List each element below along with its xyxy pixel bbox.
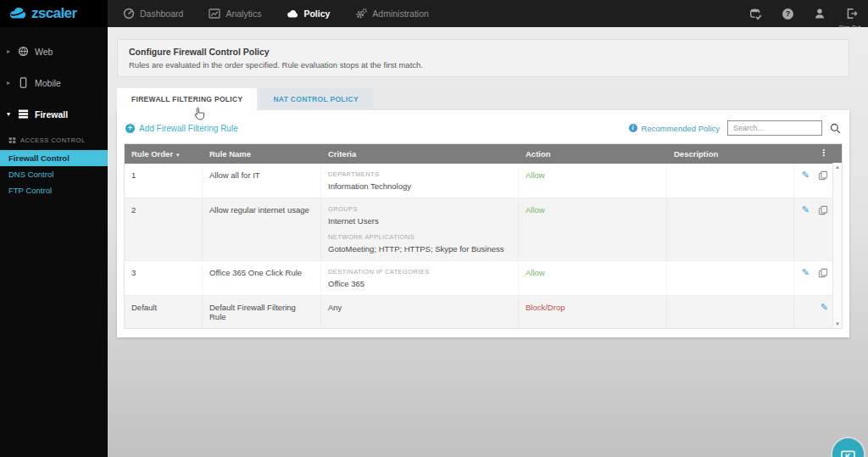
info-panel: Configure Firewall Control Policy Rules …	[117, 39, 849, 77]
nav-item-administration[interactable]: Administration	[355, 8, 429, 20]
tab-nat-control-policy[interactable]: NAT CONTROL POLICY	[259, 88, 372, 110]
scroll-up-icon[interactable]: ▲	[835, 164, 840, 170]
nav-item-analytics[interactable]: Analytics	[209, 8, 261, 20]
rule-row-1: 1Allow all for ITDEPARTMENTSInformation …	[125, 164, 842, 198]
duplicate-rule-button[interactable]	[818, 170, 828, 181]
zscaler-admin-screen: zscaler DashboardAnalyticsPolicyAdminist…	[0, 0, 868, 457]
rules-table: Rule Order▾Rule NameCriteriaActionDescri…	[124, 143, 843, 329]
description-cell	[667, 164, 794, 198]
administration-icon	[355, 8, 367, 20]
sidebar-group-label: Web	[35, 47, 53, 57]
criteria-type-label: DEPARTMENTS	[328, 170, 511, 178]
policy-tabs: FIREWALL FILTERING POLICYNAT CONTROL POL…	[117, 88, 849, 110]
criteria-type-label: DESTINATION IP CATEGORIES	[328, 268, 511, 276]
nav-item-label: Policy	[303, 8, 330, 19]
criteria-group: Any	[328, 303, 511, 312]
criteria-cell: Any	[321, 296, 519, 328]
description-cell	[667, 261, 794, 295]
chevron-right-icon: ▸	[7, 47, 12, 55]
sidebar-group-label: Mobile	[35, 78, 61, 88]
table-options-kebab-icon[interactable]: ⋮	[819, 149, 828, 157]
sidebar-item-ftp-control[interactable]: FTP Control	[0, 182, 108, 198]
activation-icon[interactable]	[749, 8, 762, 20]
rule-row-2: 2Allow regular internet usageGROUPSInter…	[125, 198, 842, 260]
info-circle-icon: i	[629, 124, 637, 132]
header-description[interactable]: Description	[667, 144, 794, 164]
criteria-type-label: GROUPS	[328, 205, 511, 213]
user-icon[interactable]	[814, 8, 826, 20]
zscaler-logo[interactable]: zscaler	[0, 0, 108, 27]
rule-name-cell: Default Firewall Filtering Rule	[203, 296, 321, 328]
edit-rule-button[interactable]: ✎	[802, 205, 810, 214]
rule-row-3: 3Office 365 One Click RuleDESTINATION IP…	[125, 260, 842, 295]
sidebar-section-label: ACCESS CONTROL	[20, 137, 86, 144]
search-icon[interactable]	[830, 123, 841, 134]
table-scrollbar[interactable]: ▲ ▼	[832, 163, 842, 328]
grid-icon	[8, 137, 16, 144]
main-content: Configure Firewall Control Policy Rules …	[108, 27, 868, 457]
action-value: Block/Drop	[526, 303, 565, 312]
top-nav: zscaler DashboardAnalyticsPolicyAdminist…	[0, 0, 868, 27]
sidebar-item-firewall-control[interactable]: Firewall Control	[0, 150, 108, 166]
description-cell	[667, 198, 794, 260]
edit-rule-button[interactable]: ✎	[821, 303, 828, 311]
table-toolbar: + Add Firewall Filtering Rule i Recommen…	[124, 117, 843, 143]
action-value: Allow	[526, 170, 545, 180]
signout-button[interactable]: Sign Out	[846, 8, 858, 20]
header-criteria[interactable]: Criteria	[321, 144, 519, 164]
rule-name-cell: Allow all for IT	[203, 164, 321, 198]
plus-circle-icon: +	[125, 124, 135, 133]
criteria-cell: DEPARTMENTSInformation Technology	[321, 164, 519, 198]
nav-item-label: Analytics	[225, 8, 261, 19]
header-action[interactable]: Action	[519, 144, 667, 164]
analytics-icon	[209, 8, 220, 20]
nav-item-label: Administration	[372, 8, 429, 19]
sort-caret-icon: ▾	[176, 152, 180, 158]
sidebar-group-mobile[interactable]: ▸Mobile	[0, 70, 108, 95]
globe-icon	[18, 46, 29, 57]
add-firewall-rule-button[interactable]: + Add Firewall Filtering Rule	[125, 124, 238, 133]
action-cell: Allow	[519, 164, 667, 198]
recommended-policy-label: Recommended Policy	[642, 124, 720, 133]
duplicate-rule-button[interactable]	[818, 205, 828, 215]
criteria-cell: GROUPSInternet UsersNETWORK APPLICATIONS…	[321, 198, 519, 260]
nav-item-label: Dashboard	[140, 8, 183, 19]
sidebar-group-label: Firewall	[35, 109, 68, 120]
recommended-policy-link[interactable]: i Recommended Policy	[629, 124, 720, 133]
rule-name-cell: Office 365 One Click Rule	[203, 261, 321, 295]
sidebar-section-access-control: ACCESS CONTROL	[0, 133, 108, 150]
nav-item-dashboard[interactable]: Dashboard	[123, 8, 183, 20]
criteria-group: DESTINATION IP CATEGORIESOffice 365	[328, 268, 511, 288]
edit-rule-button[interactable]: ✎	[802, 268, 810, 276]
action-value: Allow	[526, 205, 545, 215]
sidebar-item-dns-control[interactable]: DNS Control	[0, 166, 108, 182]
toolbar-right: i Recommended Policy	[629, 120, 841, 136]
zscaler-cloud-logo-icon	[8, 6, 28, 22]
header-rule-order[interactable]: Rule Order▾	[125, 144, 203, 164]
nav-item-policy[interactable]: Policy	[287, 8, 330, 20]
dashboard-icon	[123, 8, 135, 20]
criteria-value: Any	[328, 303, 511, 312]
scroll-down-icon[interactable]: ▼	[835, 321, 840, 326]
sidebar-group-firewall[interactable]: ▾Firewall	[0, 102, 108, 126]
action-cell: Allow	[519, 198, 667, 260]
header-actions-cell: ⋮	[794, 144, 842, 164]
search-input[interactable]	[727, 120, 822, 136]
mobile-icon	[18, 77, 29, 88]
zscaler-logo-text: zscaler	[31, 5, 76, 22]
criteria-group: GROUPSInternet Users	[328, 205, 511, 226]
table-body: 1Allow all for ITDEPARTMENTSInformation …	[125, 164, 842, 328]
firewall-icon	[18, 109, 29, 120]
tab-firewall-filtering-policy[interactable]: FIREWALL FILTERING POLICY	[117, 88, 257, 110]
question-mark-icon: ?	[782, 8, 793, 20]
page-subtitle: Rules are evaluated in the order specifi…	[129, 60, 837, 70]
action-value: Allow	[526, 268, 545, 277]
sidebar-group-web[interactable]: ▸Web	[0, 39, 108, 64]
edit-rule-button[interactable]: ✎	[802, 170, 810, 179]
header-rule-name[interactable]: Rule Name	[203, 144, 321, 164]
duplicate-rule-button[interactable]	[818, 268, 828, 278]
criteria-value: Information Technology	[328, 181, 511, 191]
screen-share-icon	[840, 449, 856, 457]
help-icon[interactable]: ?	[782, 8, 793, 20]
policy-cloud-icon	[287, 8, 298, 20]
